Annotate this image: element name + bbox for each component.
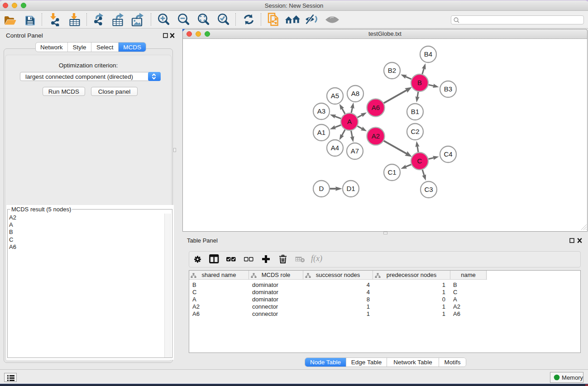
svg-text:A6: A6 [372, 104, 380, 111]
svg-text:A2: A2 [372, 132, 380, 140]
svg-text:A: A [347, 118, 352, 125]
svg-text:B3: B3 [444, 85, 452, 93]
svg-text:D1: D1 [346, 185, 355, 192]
svg-text:B2: B2 [388, 67, 396, 74]
svg-text:C: C [417, 157, 422, 165]
svg-text:A7: A7 [351, 147, 359, 155]
svg-text:B1: B1 [411, 108, 419, 115]
svg-text:A5: A5 [331, 92, 339, 100]
svg-text:D: D [319, 185, 324, 192]
svg-text:C1: C1 [387, 168, 396, 176]
svg-text:B4: B4 [424, 50, 432, 58]
svg-text:C2: C2 [411, 128, 419, 135]
svg-text:A3: A3 [317, 107, 325, 115]
svg-text:A8: A8 [351, 90, 359, 97]
svg-text:A1: A1 [317, 129, 325, 136]
svg-text:C4: C4 [444, 150, 452, 158]
svg-text:B: B [417, 79, 422, 86]
svg-text:C3: C3 [424, 186, 433, 193]
svg-text:A4: A4 [331, 144, 339, 152]
